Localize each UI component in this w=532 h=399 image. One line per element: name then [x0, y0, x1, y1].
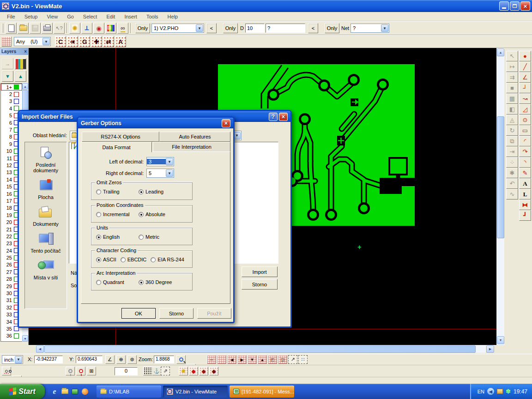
select-h-button[interactable]: ⇄ — [103, 36, 114, 47]
layers-panel-titlebar[interactable]: Layers × — [0, 48, 28, 55]
storno-button[interactable]: Storno — [159, 308, 193, 319]
dcode-input[interactable]: 10 — [245, 24, 265, 33]
radio-unselected[interactable] — [121, 257, 126, 262]
pan-down-icon[interactable]: ▼ — [248, 355, 257, 364]
quicklaunch-ie-icon[interactable]: e — [50, 387, 59, 396]
zoom-in-icon[interactable] — [176, 355, 186, 364]
chevron-down-icon[interactable]: ▼ — [166, 169, 173, 177]
select-mode-icon[interactable] — [1, 36, 12, 47]
anchor-icon[interactable]: ⚓ — [152, 367, 161, 375]
radio-option[interactable]: EIA RS-244 — [151, 257, 184, 262]
menu-view[interactable]: View — [42, 13, 62, 20]
context-help-icon[interactable]: ↖? — [54, 23, 65, 34]
scroll-up-icon[interactable]: ▲ — [497, 48, 504, 56]
array-icon[interactable]: ⧉ — [506, 136, 518, 146]
prev-net-button[interactable]: < — [308, 23, 318, 33]
quicklaunch-firefox-icon[interactable] — [81, 387, 89, 396]
select-area-icon[interactable]: ∷ — [298, 355, 308, 364]
pad-deep-icon[interactable]: ◆ — [209, 367, 218, 375]
quicklaunch-book-icon[interactable] — [71, 387, 79, 396]
import-button[interactable]: Import — [242, 266, 278, 277]
minimize-button[interactable] — [499, 1, 509, 11]
tab-file-interpretation[interactable]: File Interpretation — [153, 142, 230, 152]
draw-polyline-icon[interactable]: ∠ — [519, 72, 531, 83]
radio-selected[interactable] — [139, 189, 144, 194]
draw-rect-icon[interactable]: ▭ — [519, 125, 531, 136]
radio-option[interactable]: English — [96, 234, 139, 240]
select-c-button[interactable]: C — [55, 36, 66, 47]
layer-combo[interactable]: 1) V2.PHO ▼ — [151, 24, 204, 33]
lamp-on-icon[interactable] — [76, 367, 85, 375]
radio-unselected[interactable] — [96, 280, 101, 285]
mirror-icon[interactable]: ◧ — [506, 104, 518, 115]
select-arrow-button[interactable]: ➜ — [67, 36, 78, 47]
scale-icon[interactable]: ◬ — [506, 115, 518, 125]
scroll-right-icon[interactable]: ▶ — [486, 345, 494, 353]
layer-swatch[interactable] — [14, 333, 19, 339]
window-titlebar[interactable]: V2.bin - ViewMate × — [0, 0, 532, 12]
scroll-left-icon[interactable]: ◀ — [36, 345, 44, 353]
radio-unselected[interactable] — [139, 235, 144, 240]
pads-view-icon[interactable]: ▫▫ — [207, 355, 216, 364]
layer-swatch[interactable] — [14, 106, 19, 111]
angle-measure-icon[interactable]: ∠ — [105, 355, 115, 364]
chevron-down-icon[interactable]: ▼ — [196, 24, 203, 32]
tray-messenger-icon[interactable]: ✽ — [506, 388, 511, 394]
right-decimal-combo[interactable]: 5 ▼ — [146, 169, 174, 178]
draw-arc2-icon[interactable]: ◝ — [519, 157, 531, 168]
view-filter1-icon[interactable] — [2, 367, 11, 375]
chevron-down-icon[interactable]: ▼ — [381, 24, 388, 32]
place-network-places[interactable]: Místa v síti — [25, 260, 66, 280]
only-layer-button[interactable]: Only — [135, 23, 150, 33]
scroll-down-icon[interactable]: ▼ — [497, 336, 504, 344]
menu-edit[interactable]: Edit — [102, 13, 119, 20]
clock[interactable]: 19:47 — [514, 388, 527, 395]
task-button[interactable]: V2.bin - ViewMate — [163, 386, 228, 398]
radio-unselected[interactable] — [96, 212, 101, 217]
draw-curve-icon[interactable]: ↷ — [519, 146, 531, 157]
pan-left-icon[interactable]: ◀ — [227, 355, 236, 364]
tray-app-icon[interactable] — [497, 389, 503, 394]
pan-right-icon[interactable]: ▶ — [237, 355, 247, 364]
grid-view-icon[interactable] — [217, 355, 226, 364]
start-button[interactable]: Start — [0, 384, 45, 399]
storno-button[interactable]: Storno — [242, 279, 278, 290]
folder-icon[interactable] — [71, 143, 72, 149]
select-pointer-icon[interactable]: ↖ — [506, 51, 518, 61]
radio-unselected[interactable] — [96, 189, 101, 194]
draw-triangle-icon[interactable]: ◿ — [519, 104, 531, 115]
close-icon[interactable]: × — [222, 119, 230, 127]
gerber-file-icon[interactable] — [74, 143, 75, 149]
dcode-query-input[interactable]: ? — [266, 24, 305, 33]
radio-option[interactable]: 360 Degree — [139, 279, 181, 285]
layer-colors-icon[interactable]: ▥ — [105, 23, 116, 34]
copy-items-icon[interactable]: ⇉ — [506, 72, 518, 83]
select-a-button[interactable]: A — [115, 36, 126, 47]
menu-select[interactable]: Select — [79, 13, 102, 20]
pan-up-icon[interactable]: ▲ — [258, 355, 267, 364]
radio-option[interactable]: Metric — [139, 234, 181, 240]
draw-corner-icon[interactable]: ┘ — [519, 83, 531, 93]
tile-window-icon[interactable]: ⊞ — [87, 367, 96, 375]
fill-square-icon[interactable]: ■ — [506, 83, 518, 93]
prev-layer-button[interactable]: < — [206, 23, 217, 33]
canvas-hscrollbar[interactable]: ◀ ▶ — [0, 345, 532, 354]
menu-tools[interactable]: Tools — [142, 13, 163, 20]
pad-red-icon[interactable]: ◆ — [189, 367, 198, 375]
menu-insert[interactable]: Insert — [120, 13, 141, 20]
open-file-icon[interactable] — [18, 23, 29, 34]
dcode-display-icon[interactable]: ◉ — [93, 23, 104, 34]
step-next-icon[interactable]: ◲ — [278, 355, 287, 364]
new-file-icon[interactable] — [6, 23, 17, 34]
menu-setup[interactable]: Setup — [20, 13, 42, 20]
place-desktop[interactable]: Plocha — [25, 179, 66, 200]
draw-pad-icon[interactable]: ● — [519, 51, 531, 61]
layer-swatch[interactable] — [14, 99, 19, 104]
layer-up-icon[interactable]: ▲ — [15, 71, 26, 82]
draw-line-icon[interactable]: ╱ — [519, 61, 531, 72]
layer-film-button[interactable] — [15, 58, 26, 69]
route-icon[interactable]: ┛ — [519, 210, 531, 221]
scroll-thumb[interactable] — [497, 116, 504, 238]
text-tool-icon[interactable]: A — [519, 178, 531, 189]
close-icon[interactable]: × — [279, 113, 288, 121]
